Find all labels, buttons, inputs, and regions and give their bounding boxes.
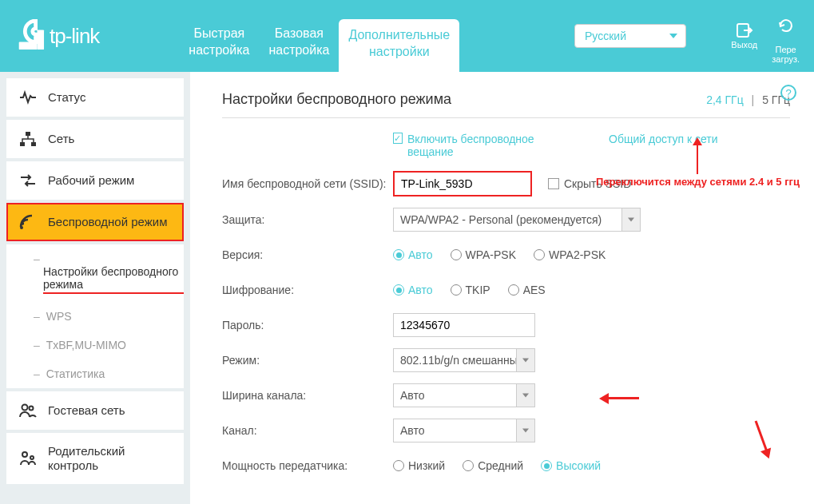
enable-radio-label: Включить беспроводное вещание — [407, 133, 553, 158]
reboot-button[interactable]: Пере загруз. — [772, 8, 800, 64]
sidebar-item-status[interactable]: Статус — [6, 78, 184, 117]
sidebar-item-label: Рабочий режим — [48, 173, 134, 188]
txpower-low[interactable]: Низкий — [393, 459, 445, 472]
network-icon — [19, 131, 37, 147]
sidebar-item-label: Родительский контроль — [48, 444, 171, 473]
checkbox-icon — [548, 178, 559, 189]
checkbox-icon: ✓ — [393, 133, 403, 144]
svg-point-10 — [30, 456, 34, 459]
svg-point-9 — [22, 452, 27, 457]
mode-select[interactable]: 802.11b/g/n смешанный — [393, 348, 535, 372]
sidebar-sub-stats[interactable]: Статистика — [6, 359, 184, 388]
encryption-tkip[interactable]: TKIP — [451, 284, 490, 296]
opmode-icon — [19, 173, 37, 189]
password-label: Пароль: — [222, 319, 393, 331]
logout-label: Выход — [731, 40, 757, 50]
pulse-icon — [19, 89, 37, 105]
chwidth-select[interactable]: Авто — [393, 383, 535, 407]
hide-ssid-checkbox[interactable]: Скрыть SSID — [548, 177, 631, 190]
brand-logo: tp-link — [14, 19, 99, 53]
chwidth-label: Ширина канала: — [222, 389, 393, 402]
svg-rect-5 — [31, 142, 36, 146]
content-area: ? Настройки беспроводного режима 2,4 ГГц… — [190, 72, 814, 504]
txpower-high[interactable]: Высокий — [541, 459, 601, 472]
password-input[interactable] — [393, 313, 535, 337]
version-radio-group: Авто WPA-PSK WPA2-PSK — [393, 248, 606, 261]
sidebar-item-label: Сеть — [48, 132, 74, 146]
hide-ssid-label: Скрыть SSID — [564, 177, 631, 190]
txpower-mid[interactable]: Средний — [463, 459, 523, 472]
svg-point-7 — [22, 405, 28, 411]
tab-basic[interactable]: Базовая настройка — [259, 19, 339, 72]
main-tabs: Быстрая настройка Базовая настройка Допо… — [179, 0, 459, 72]
sidebar-item-label: Беспроводной режим — [48, 215, 167, 229]
svg-rect-1 — [38, 30, 45, 50]
security-select[interactable]: WPA/WPA2 - Personal (рекомендуется) — [393, 208, 641, 232]
sidebar-sub-wireless-settings[interactable]: Настройки беспроводного режима — [6, 244, 184, 302]
mode-label: Режим: — [222, 354, 393, 367]
txpower-radio-group: Низкий Средний Высокий — [393, 459, 601, 472]
sidebar-sub-wps[interactable]: WPS — [6, 302, 184, 331]
sidebar-item-label: Гостевая сеть — [48, 403, 125, 418]
parental-icon — [19, 450, 37, 466]
band-selector: 2,4 ГГц | 5 ГГц — [706, 93, 790, 106]
tab-advanced[interactable]: Дополнительные настройки — [339, 19, 459, 72]
svg-rect-0 — [19, 42, 38, 50]
security-label: Защита: — [222, 213, 393, 226]
guest-icon — [19, 403, 37, 419]
svg-point-6 — [20, 226, 23, 229]
svg-rect-3 — [26, 132, 30, 136]
share-network-link[interactable]: Общий доступ к сети — [609, 133, 718, 145]
sidebar-item-opmode[interactable]: Рабочий режим — [6, 161, 184, 200]
language-select[interactable]: Русский — [574, 24, 686, 48]
ssid-input[interactable] — [395, 173, 530, 195]
version-auto[interactable]: Авто — [393, 248, 433, 261]
reboot-label: Пере загруз. — [772, 45, 800, 64]
reboot-icon — [777, 18, 795, 34]
sidebar-item-label: Статус — [48, 90, 85, 105]
header: tp-link Быстрая настройка Базовая настро… — [0, 0, 814, 72]
sidebar-item-parental[interactable]: Родительский контроль — [6, 433, 184, 484]
encryption-radio-group: Авто TKIP AES — [393, 284, 546, 296]
ssid-label: Имя беспроводной сети (SSID): — [222, 177, 393, 190]
channel-select[interactable]: Авто — [393, 419, 535, 442]
sidebar: Статус Сеть Рабочий режим Беспроводной р… — [0, 72, 190, 504]
version-wpa2[interactable]: WPA2-PSK — [534, 248, 606, 261]
svg-point-8 — [30, 407, 34, 411]
svg-rect-4 — [20, 142, 25, 146]
version-label: Версия: — [222, 248, 393, 261]
brand-text: tp-link — [50, 24, 99, 49]
encryption-label: Шифрование: — [222, 284, 393, 296]
sidebar-sub-txbf[interactable]: TxBF,MU-MIMO — [6, 331, 184, 359]
band-24ghz[interactable]: 2,4 ГГц — [706, 93, 744, 106]
sidebar-item-network[interactable]: Сеть — [6, 120, 184, 158]
txpower-label: Мощность передатчика: — [222, 459, 393, 472]
tplink-logo-icon — [14, 19, 45, 53]
channel-label: Канал: — [222, 424, 393, 437]
logout-button[interactable]: Выход — [731, 22, 757, 50]
help-button[interactable]: ? — [780, 85, 796, 101]
encryption-auto[interactable]: Авто — [393, 284, 433, 296]
encryption-aes[interactable]: AES — [508, 284, 546, 296]
version-wpa[interactable]: WPA-PSK — [451, 248, 517, 261]
section-title: Настройки беспроводного режима — [222, 91, 451, 108]
sidebar-item-guest[interactable]: Гостевая сеть — [6, 391, 184, 430]
tab-quick-setup[interactable]: Быстрая настройка — [179, 19, 259, 72]
wifi-icon — [19, 214, 37, 230]
enable-radio-checkbox[interactable]: ✓ Включить беспроводное вещание — [393, 133, 553, 158]
sidebar-item-wireless[interactable]: Беспроводной режим — [6, 203, 184, 241]
logout-icon — [736, 22, 753, 38]
